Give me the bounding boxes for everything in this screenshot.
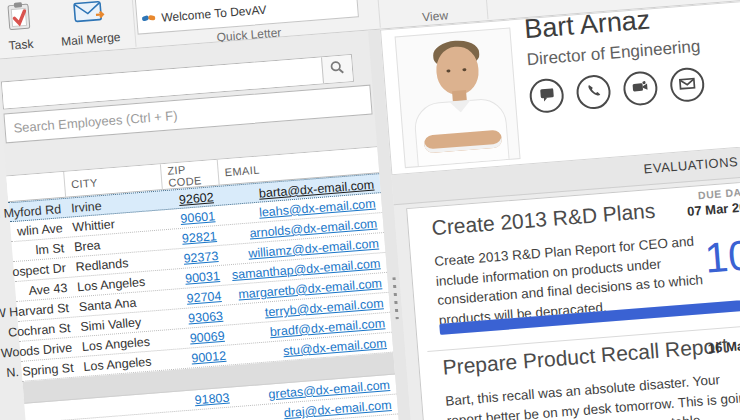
- phone-icon: [584, 81, 603, 103]
- gallery-item-label: Welcome To DevAV: [161, 3, 267, 25]
- task-button[interactable]: Task: [0, 0, 47, 54]
- email-button[interactable]: [669, 66, 706, 103]
- cell-address: [24, 400, 77, 420]
- employee-search-placeholder: Search Employees (Ctrl + F): [13, 107, 178, 135]
- search-button[interactable]: [321, 55, 353, 83]
- envelope-icon: [677, 74, 697, 96]
- chat-icon: [537, 85, 556, 107]
- mail-merge-icon: [70, 0, 107, 31]
- task-progress-value: 100: [703, 229, 740, 282]
- chat-button[interactable]: [528, 78, 565, 115]
- medal-icon: [139, 0, 155, 4]
- mail-merge-button[interactable]: Mail Merge: [44, 0, 134, 50]
- handshake-icon: [141, 9, 157, 28]
- video-camera-icon: [631, 77, 651, 99]
- employees-grid: CITY ZIP CODE EMAIL d Myford Rd Irvine 9…: [6, 146, 408, 420]
- magnifier-icon: [329, 59, 345, 79]
- call-button[interactable]: [575, 74, 612, 111]
- tilted-stage: Task Mail Merge Service Excellence: [0, 0, 740, 420]
- app-window: Task Mail Merge Service Excellence: [0, 0, 740, 420]
- task-button-label: Task: [8, 37, 34, 53]
- video-call-button[interactable]: [622, 70, 659, 107]
- employee-photo: [395, 27, 521, 168]
- task-clipboard-icon: [3, 0, 36, 36]
- splitter-grip-icon: [392, 277, 398, 319]
